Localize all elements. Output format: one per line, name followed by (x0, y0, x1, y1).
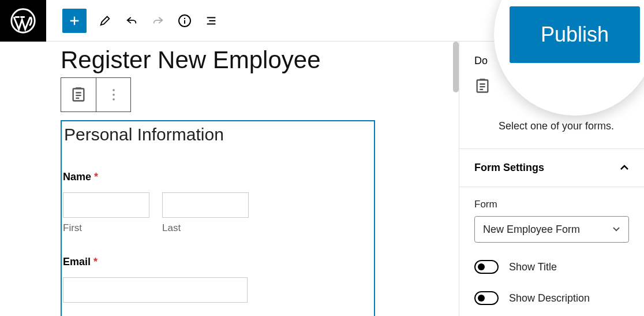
svg-point-7 (113, 89, 115, 91)
required-marker: * (94, 171, 98, 183)
redo-button (150, 13, 166, 29)
info-button[interactable] (177, 13, 193, 29)
name-label-text: Name (63, 171, 91, 183)
show-title-label: Show Title (509, 261, 557, 273)
form-settings-toggle[interactable]: Form Settings (459, 149, 644, 187)
svg-point-9 (113, 98, 115, 101)
list-outline-icon (205, 14, 218, 27)
name-label: Name * (63, 171, 373, 183)
required-marker: * (93, 256, 98, 267)
form-block[interactable]: Personal Information Name * First Last E… (61, 120, 375, 316)
form-select[interactable]: New Employee Form (474, 216, 629, 243)
chevron-down-icon (612, 226, 620, 232)
toolbar-left-group (46, 9, 219, 33)
show-description-label: Show Description (509, 292, 590, 304)
first-name-sublabel: First (63, 222, 149, 234)
first-name-input[interactable] (63, 192, 149, 218)
add-block-button[interactable] (62, 9, 87, 33)
wordpress-icon (10, 8, 36, 34)
wordpress-logo[interactable] (0, 0, 46, 42)
kebab-icon (112, 88, 115, 101)
form-select-label: Form (474, 199, 629, 210)
page-title[interactable]: Register New Employee (61, 46, 459, 74)
form-select-value: New Employee Form (483, 224, 580, 236)
edit-button[interactable] (97, 13, 113, 29)
block-toolbar (61, 77, 131, 112)
publish-button[interactable]: Publish (510, 6, 640, 63)
svg-point-8 (113, 94, 115, 96)
scrollbar-thumb[interactable] (453, 42, 459, 92)
pencil-icon (99, 14, 111, 27)
form-settings-heading-label: Form Settings (474, 162, 544, 174)
plus-icon (68, 14, 81, 27)
email-label: Email * (63, 256, 373, 268)
svg-point-2 (184, 17, 185, 18)
block-description-icon (474, 78, 491, 133)
show-title-toggle[interactable] (474, 260, 499, 274)
chevron-up-icon (620, 162, 629, 174)
undo-button[interactable] (123, 13, 140, 29)
redo-icon (151, 14, 165, 27)
tab-document[interactable]: Do (474, 55, 488, 67)
show-description-toggle[interactable] (474, 291, 499, 305)
email-label-text: Email (63, 256, 91, 267)
form-icon (474, 78, 491, 94)
show-description-row: Show Description (474, 291, 629, 305)
form-settings-body: Form New Employee Form Show Title Show D… (459, 187, 644, 316)
show-title-row: Show Title (474, 260, 629, 274)
undo-icon (125, 14, 138, 27)
block-type-button[interactable] (61, 78, 96, 111)
form-icon (70, 87, 87, 103)
info-icon (178, 14, 192, 28)
outline-button[interactable] (203, 13, 219, 29)
email-input[interactable] (63, 277, 248, 303)
last-name-sublabel: Last (162, 222, 249, 234)
editor-canvas: Register New Employee Personal Informati… (0, 42, 459, 316)
block-more-button[interactable] (96, 78, 130, 111)
last-name-input[interactable] (162, 192, 249, 218)
form-section-heading: Personal Information (63, 122, 373, 149)
